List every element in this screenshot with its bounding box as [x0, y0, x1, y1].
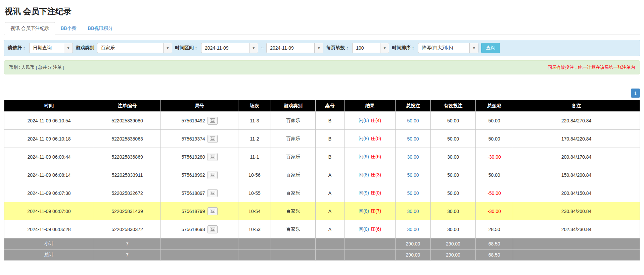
- round-replay-icon[interactable]: [208, 171, 218, 179]
- table-row: 2024-11-09 06:07:00522025831439575618799…: [4, 202, 640, 220]
- result-banker: 庄(0): [371, 136, 381, 141]
- subtotal-row: 小计 7 290.00 290.00 68.50: [4, 238, 640, 250]
- total-bet-link[interactable]: 30.00: [407, 227, 419, 232]
- cell-bet-id: 522025839080: [94, 112, 161, 130]
- cell-empty: [513, 238, 640, 250]
- photo-icon: [210, 118, 215, 123]
- round-id-text: 575618799: [181, 209, 205, 214]
- cell-round-id: 575618799: [161, 202, 238, 220]
- cell-game-type: 百家乐: [271, 130, 316, 148]
- chevron-down-icon[interactable]: ▼: [380, 43, 389, 53]
- chevron-down-icon[interactable]: ▼: [64, 43, 73, 53]
- total-payout: 68.50: [476, 250, 513, 261]
- cell-payout: 50.00: [476, 112, 513, 130]
- tab-bb-video-points[interactable]: BB视讯积分: [82, 22, 119, 35]
- cell-bet-id: 522025831439: [94, 202, 161, 220]
- cell-time: 2024-11-09 06:07:38: [4, 184, 94, 202]
- photo-icon: [210, 209, 215, 213]
- cell-empty: [161, 238, 238, 250]
- cell-table-no: B: [316, 130, 344, 148]
- round-replay-icon[interactable]: [208, 117, 218, 125]
- chevron-down-icon[interactable]: ▼: [314, 43, 323, 53]
- page-button-1[interactable]: 1: [631, 89, 640, 98]
- round-id-text: 575618897: [181, 190, 205, 196]
- cell-result: 闲(9)庄(6): [344, 148, 396, 166]
- result-banker: 庄(0): [371, 190, 381, 196]
- chevron-down-icon[interactable]: ▼: [249, 43, 258, 53]
- total-count: 7: [94, 250, 161, 261]
- summary-bar: 币别 : 人民币 | 总共 :7 注单 | 同局有效投注，统一计算在该局第一张注…: [4, 60, 640, 74]
- cell-total-bet: 30.00: [396, 220, 431, 238]
- chevron-down-icon[interactable]: ▼: [163, 43, 172, 53]
- round-replay-icon[interactable]: [208, 153, 218, 161]
- cell-session: 11-2: [238, 130, 271, 148]
- page-size-select[interactable]: 100 ▼: [352, 43, 389, 53]
- table-row: 2024-11-09 06:07:38522025832672575618897…: [4, 184, 640, 202]
- date-separator: ~: [261, 45, 264, 51]
- round-replay-icon[interactable]: [208, 207, 218, 215]
- cell-empty: [238, 250, 271, 261]
- total-bet-link[interactable]: 30.00: [407, 154, 419, 160]
- tab-bb-tips[interactable]: BB小费: [55, 22, 82, 35]
- cell-empty: [344, 238, 396, 250]
- round-replay-icon[interactable]: [208, 135, 218, 143]
- sort-select[interactable]: 降幂(由大到小) ▼: [418, 43, 478, 53]
- total-bet-link[interactable]: 50.00: [407, 118, 419, 123]
- subtotal-payout: 68.50: [476, 238, 513, 250]
- date-from-value: 2024-11-09: [201, 43, 249, 53]
- col-total-bet: 总投注: [396, 100, 431, 112]
- date-from-select[interactable]: 2024-11-09 ▼: [201, 43, 258, 53]
- query-type-value: 日期查询: [30, 43, 64, 53]
- filter-bar: 请选择： 日期查询 ▼ 游戏类别 百家乐 ▼ 时间区间： 2024-11-09 …: [4, 40, 640, 56]
- round-id-wrap: 575619280: [181, 153, 217, 161]
- photo-icon: [210, 227, 215, 231]
- cell-session: 10-53: [238, 220, 271, 238]
- cell-result: 闲(8)庄(7): [344, 202, 396, 220]
- total-bet-link[interactable]: 50.00: [407, 190, 419, 196]
- cell-table-no: A: [316, 166, 344, 184]
- game-type-select[interactable]: 百家乐 ▼: [97, 43, 172, 53]
- cell-time: 2024-11-09 06:08:14: [4, 166, 94, 184]
- result-banker: 庄(6): [371, 226, 381, 232]
- table-body: 2024-11-09 06:10:54522025839080575619492…: [4, 112, 640, 238]
- cell-result: 闲(9)庄(0): [344, 184, 396, 202]
- cell-payout: 28.50: [476, 220, 513, 238]
- result-player: 闲(9): [359, 190, 369, 196]
- pagination: 1: [4, 89, 640, 98]
- col-time: 时间: [4, 100, 94, 112]
- result-banker: 庄(7): [371, 208, 381, 214]
- cell-game-type: 百家乐: [271, 112, 316, 130]
- cell-empty: [316, 250, 344, 261]
- sort-value: 降幂(由大到小): [418, 43, 469, 53]
- cell-valid-bet: 50.00: [431, 184, 476, 202]
- cell-session: 11-1: [238, 148, 271, 166]
- cell-valid-bet: 30.00: [431, 148, 476, 166]
- round-id-text: 575618693: [181, 227, 205, 232]
- result-player: 闲(8): [359, 208, 369, 214]
- date-to-select[interactable]: 2024-11-09 ▼: [266, 43, 323, 53]
- total-bet-link[interactable]: 30.00: [407, 209, 419, 214]
- cell-bet-id: 522025836869: [94, 148, 161, 166]
- total-row: 总计 7 290.00 290.00 68.50: [4, 250, 640, 261]
- summary-text: 币别 : 人民币 | 总共 :7 注单 |: [9, 64, 64, 70]
- chevron-down-icon[interactable]: ▼: [469, 43, 478, 53]
- page-title: 视讯 会员下注纪录: [5, 6, 640, 17]
- cell-game-type: 百家乐: [271, 148, 316, 166]
- round-id-text: 575618992: [181, 172, 205, 178]
- cell-round-id: 575619492: [161, 112, 238, 130]
- cell-result: 闲(8)庄(3): [344, 166, 396, 184]
- round-replay-icon[interactable]: [208, 225, 218, 233]
- round-replay-icon[interactable]: [208, 189, 218, 197]
- cell-note: 230.84/200.84: [513, 202, 640, 220]
- cell-bet-id: 522025830372: [94, 220, 161, 238]
- search-button[interactable]: 查询: [481, 43, 500, 53]
- col-table-no: 桌号: [316, 100, 344, 112]
- cell-result: 闲(6)庄(4): [344, 112, 396, 130]
- total-bet-link[interactable]: 50.00: [407, 172, 419, 178]
- cell-game-type: 百家乐: [271, 202, 316, 220]
- total-bet-link[interactable]: 50.00: [407, 136, 419, 142]
- table-row: 2024-11-09 06:10:54522025839080575619492…: [4, 112, 640, 130]
- tab-betting-records[interactable]: 视讯 会员下注纪录: [5, 22, 55, 35]
- query-type-select[interactable]: 日期查询 ▼: [29, 43, 73, 53]
- game-type-label: 游戏类别: [76, 45, 94, 51]
